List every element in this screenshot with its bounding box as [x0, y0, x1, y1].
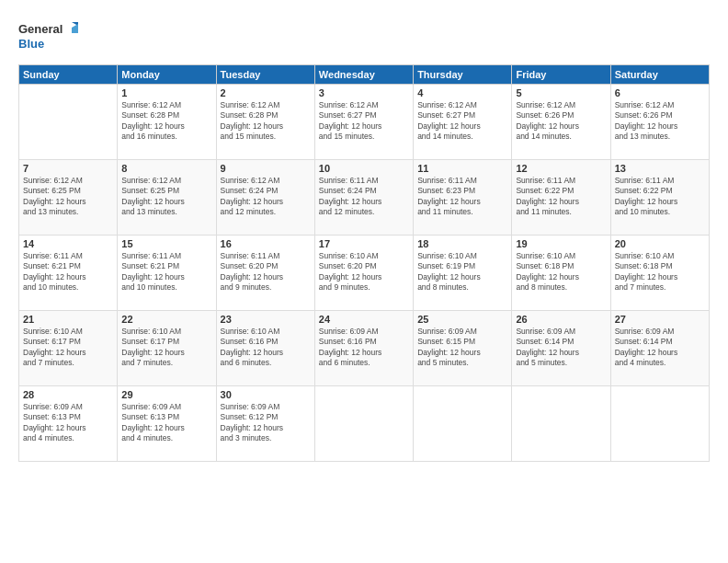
calendar-cell: 14Sunrise: 6:11 AM Sunset: 6:21 PM Dayli…: [19, 236, 118, 311]
day-info: Sunrise: 6:11 AM Sunset: 6:20 PM Dayligh…: [221, 251, 311, 293]
calendar-cell: 20Sunrise: 6:10 AM Sunset: 6:18 PM Dayli…: [610, 236, 709, 311]
day-info: Sunrise: 6:10 AM Sunset: 6:19 PM Dayligh…: [417, 251, 507, 293]
day-number: 1: [121, 87, 211, 98]
calendar-cell: 30Sunrise: 6:09 AM Sunset: 6:12 PM Dayli…: [216, 386, 314, 462]
day-number: 22: [121, 314, 211, 325]
week-row-2: 7Sunrise: 6:12 AM Sunset: 6:25 PM Daylig…: [19, 160, 710, 236]
day-info: Sunrise: 6:09 AM Sunset: 6:15 PM Dayligh…: [417, 327, 507, 369]
week-row-4: 21Sunrise: 6:10 AM Sunset: 6:17 PM Dayli…: [19, 311, 710, 386]
calendar-cell: 28Sunrise: 6:09 AM Sunset: 6:13 PM Dayli…: [19, 386, 118, 462]
calendar-cell: 18Sunrise: 6:10 AM Sunset: 6:19 PM Dayli…: [414, 236, 512, 311]
calendar-cell: 2Sunrise: 6:12 AM Sunset: 6:28 PM Daylig…: [216, 85, 314, 160]
day-number: 26: [516, 314, 606, 325]
calendar-cell: 12Sunrise: 6:11 AM Sunset: 6:22 PM Dayli…: [512, 160, 610, 236]
page: General Blue SundayMondayTuesdayWednesda…: [0, 0, 728, 563]
weekday-header-wednesday: Wednesday: [314, 65, 413, 85]
day-info: Sunrise: 6:12 AM Sunset: 6:25 PM Dayligh…: [121, 176, 211, 218]
calendar-cell: 4Sunrise: 6:12 AM Sunset: 6:27 PM Daylig…: [414, 85, 512, 160]
day-info: Sunrise: 6:09 AM Sunset: 6:13 PM Dayligh…: [121, 402, 211, 444]
day-info: Sunrise: 6:12 AM Sunset: 6:26 PM Dayligh…: [615, 100, 705, 143]
day-number: 6: [615, 87, 705, 98]
calendar-cell: 3Sunrise: 6:12 AM Sunset: 6:27 PM Daylig…: [314, 85, 413, 160]
day-number: 23: [221, 314, 311, 325]
weekday-header-monday: Monday: [118, 65, 216, 85]
day-info: Sunrise: 6:11 AM Sunset: 6:22 PM Dayligh…: [615, 176, 705, 218]
calendar-cell: 19Sunrise: 6:10 AM Sunset: 6:18 PM Dayli…: [512, 236, 610, 311]
day-number: 3: [319, 87, 409, 98]
calendar-cell: 17Sunrise: 6:10 AM Sunset: 6:20 PM Dayli…: [314, 236, 413, 311]
day-info: Sunrise: 6:12 AM Sunset: 6:25 PM Dayligh…: [23, 176, 113, 218]
day-info: Sunrise: 6:12 AM Sunset: 6:26 PM Dayligh…: [516, 100, 606, 143]
day-info: Sunrise: 6:12 AM Sunset: 6:27 PM Dayligh…: [319, 100, 409, 143]
calendar-cell: [414, 386, 512, 462]
day-number: 2: [221, 87, 311, 98]
day-number: 17: [319, 238, 409, 249]
day-info: Sunrise: 6:10 AM Sunset: 6:16 PM Dayligh…: [221, 327, 311, 369]
day-number: 7: [23, 163, 113, 174]
day-number: 11: [417, 163, 507, 174]
day-number: 16: [221, 238, 311, 249]
calendar-cell: 9Sunrise: 6:12 AM Sunset: 6:24 PM Daylig…: [216, 160, 314, 236]
calendar-cell: [19, 85, 118, 160]
logo: General Blue: [18, 17, 83, 55]
svg-text:General: General: [18, 22, 63, 36]
calendar-cell: 23Sunrise: 6:10 AM Sunset: 6:16 PM Dayli…: [216, 311, 314, 386]
calendar-cell: 1Sunrise: 6:12 AM Sunset: 6:28 PM Daylig…: [118, 85, 216, 160]
svg-marker-4: [72, 24, 78, 33]
day-info: Sunrise: 6:10 AM Sunset: 6:20 PM Dayligh…: [319, 251, 409, 293]
week-row-1: 1Sunrise: 6:12 AM Sunset: 6:28 PM Daylig…: [19, 85, 710, 160]
calendar-cell: 27Sunrise: 6:09 AM Sunset: 6:14 PM Dayli…: [610, 311, 709, 386]
day-info: Sunrise: 6:10 AM Sunset: 6:17 PM Dayligh…: [121, 327, 211, 369]
day-number: 20: [615, 238, 705, 249]
day-info: Sunrise: 6:10 AM Sunset: 6:18 PM Dayligh…: [516, 251, 606, 293]
day-number: 4: [417, 87, 507, 98]
day-number: 30: [221, 389, 311, 400]
calendar-cell: 24Sunrise: 6:09 AM Sunset: 6:16 PM Dayli…: [314, 311, 413, 386]
day-info: Sunrise: 6:12 AM Sunset: 6:27 PM Dayligh…: [417, 100, 507, 143]
calendar-cell: 10Sunrise: 6:11 AM Sunset: 6:24 PM Dayli…: [314, 160, 413, 236]
calendar-cell: 25Sunrise: 6:09 AM Sunset: 6:15 PM Dayli…: [414, 311, 512, 386]
week-row-5: 28Sunrise: 6:09 AM Sunset: 6:13 PM Dayli…: [19, 386, 710, 462]
day-info: Sunrise: 6:12 AM Sunset: 6:28 PM Dayligh…: [221, 100, 311, 143]
weekday-header-saturday: Saturday: [610, 65, 709, 85]
day-number: 25: [417, 314, 507, 325]
day-number: 9: [221, 163, 311, 174]
day-number: 8: [121, 163, 211, 174]
day-number: 19: [516, 238, 606, 249]
calendar-cell: 11Sunrise: 6:11 AM Sunset: 6:23 PM Dayli…: [414, 160, 512, 236]
day-info: Sunrise: 6:11 AM Sunset: 6:24 PM Dayligh…: [319, 176, 409, 218]
weekday-header-tuesday: Tuesday: [216, 65, 314, 85]
calendar-cell: 22Sunrise: 6:10 AM Sunset: 6:17 PM Dayli…: [118, 311, 216, 386]
day-number: 21: [23, 314, 113, 325]
day-number: 27: [615, 314, 705, 325]
day-info: Sunrise: 6:11 AM Sunset: 6:21 PM Dayligh…: [23, 251, 113, 293]
calendar-cell: 29Sunrise: 6:09 AM Sunset: 6:13 PM Dayli…: [118, 386, 216, 462]
calendar-cell: [314, 386, 413, 462]
calendar-cell: 26Sunrise: 6:09 AM Sunset: 6:14 PM Dayli…: [512, 311, 610, 386]
day-number: 28: [23, 389, 113, 400]
calendar-cell: 7Sunrise: 6:12 AM Sunset: 6:25 PM Daylig…: [19, 160, 118, 236]
calendar-cell: 16Sunrise: 6:11 AM Sunset: 6:20 PM Dayli…: [216, 236, 314, 311]
day-number: 5: [516, 87, 606, 98]
day-number: 13: [615, 163, 705, 174]
day-number: 29: [121, 389, 211, 400]
svg-text:Blue: Blue: [18, 37, 44, 51]
week-row-3: 14Sunrise: 6:11 AM Sunset: 6:21 PM Dayli…: [19, 236, 710, 311]
day-info: Sunrise: 6:10 AM Sunset: 6:18 PM Dayligh…: [615, 251, 705, 293]
day-number: 18: [417, 238, 507, 249]
day-number: 14: [23, 238, 113, 249]
day-number: 15: [121, 238, 211, 249]
day-info: Sunrise: 6:12 AM Sunset: 6:24 PM Dayligh…: [221, 176, 311, 218]
weekday-header-friday: Friday: [512, 65, 610, 85]
weekday-header-row: SundayMondayTuesdayWednesdayThursdayFrid…: [19, 65, 710, 85]
logo-svg: General Blue: [18, 17, 83, 55]
calendar-cell: [512, 386, 610, 462]
day-info: Sunrise: 6:12 AM Sunset: 6:28 PM Dayligh…: [121, 100, 211, 143]
day-info: Sunrise: 6:11 AM Sunset: 6:21 PM Dayligh…: [121, 251, 211, 293]
day-info: Sunrise: 6:09 AM Sunset: 6:14 PM Dayligh…: [615, 327, 705, 369]
calendar-cell: [610, 386, 709, 462]
calendar-cell: 21Sunrise: 6:10 AM Sunset: 6:17 PM Dayli…: [19, 311, 118, 386]
calendar-cell: 13Sunrise: 6:11 AM Sunset: 6:22 PM Dayli…: [610, 160, 709, 236]
calendar: SundayMondayTuesdayWednesdayThursdayFrid…: [18, 64, 710, 462]
day-number: 24: [319, 314, 409, 325]
